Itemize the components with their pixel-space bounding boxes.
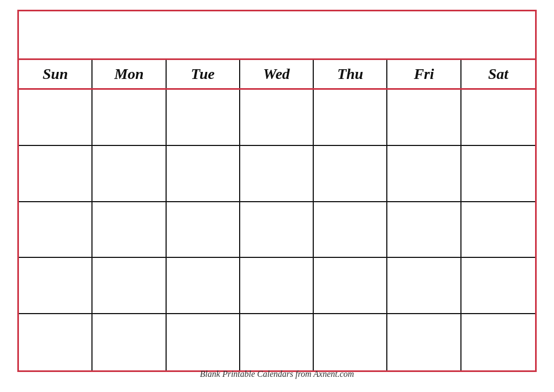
- table-row: [167, 314, 240, 370]
- table-row: [314, 90, 387, 146]
- table-row: [93, 90, 166, 146]
- day-tue: Tue: [167, 60, 240, 88]
- table-row: [461, 146, 535, 202]
- page: Sun Mon Tue Wed Thu Fri Sat: [0, 0, 554, 392]
- table-row: [314, 146, 387, 202]
- day-sun: Sun: [19, 60, 93, 88]
- table-row: [461, 258, 535, 314]
- table-row: [167, 202, 240, 258]
- title-row: [19, 11, 535, 60]
- day-thu: Thu: [314, 60, 387, 88]
- table-row: [461, 202, 535, 258]
- table-row: [387, 314, 461, 370]
- table-row: [240, 314, 314, 370]
- table-row: [240, 258, 314, 314]
- calendar: Sun Mon Tue Wed Thu Fri Sat: [17, 10, 537, 372]
- table-row: [93, 258, 166, 314]
- table-row: [19, 90, 93, 146]
- table-row: [93, 202, 166, 258]
- table-row: [314, 314, 387, 370]
- table-row: [167, 146, 240, 202]
- table-row: [387, 258, 461, 314]
- table-row: [387, 90, 461, 146]
- table-row: [19, 314, 93, 370]
- footer-text: Blank Printable Calendars from Axnent.co…: [0, 366, 554, 382]
- table-row: [240, 90, 314, 146]
- table-row: [387, 202, 461, 258]
- day-fri: Fri: [387, 60, 461, 88]
- table-row: [93, 314, 166, 370]
- table-row: [19, 258, 93, 314]
- table-row: [240, 146, 314, 202]
- day-wed: Wed: [240, 60, 314, 88]
- day-sat: Sat: [461, 60, 535, 88]
- table-row: [314, 202, 387, 258]
- table-row: [461, 90, 535, 146]
- table-row: [19, 202, 93, 258]
- calendar-grid: [19, 90, 535, 370]
- days-header: Sun Mon Tue Wed Thu Fri Sat: [19, 60, 535, 90]
- table-row: [314, 258, 387, 314]
- table-row: [387, 146, 461, 202]
- table-row: [167, 90, 240, 146]
- day-mon: Mon: [93, 60, 166, 88]
- table-row: [93, 146, 166, 202]
- table-row: [167, 258, 240, 314]
- table-row: [461, 314, 535, 370]
- table-row: [240, 202, 314, 258]
- table-row: [19, 146, 93, 202]
